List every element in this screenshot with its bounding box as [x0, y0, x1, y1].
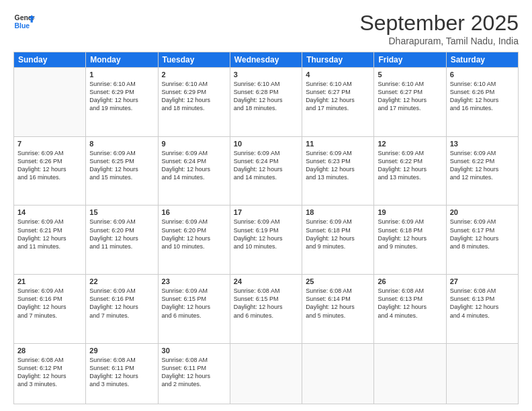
table-row: 12Sunrise: 6:09 AM Sunset: 6:22 PM Dayli… [374, 136, 446, 205]
logo: General Blue [13, 11, 35, 32]
day-number: 9 [162, 140, 226, 148]
cell-info: Sunrise: 6:09 AM Sunset: 6:23 PM Dayligh… [306, 149, 370, 182]
table-row: 18Sunrise: 6:09 AM Sunset: 6:18 PM Dayli… [302, 205, 374, 275]
day-number: 17 [234, 208, 298, 216]
table-row: 19Sunrise: 6:09 AM Sunset: 6:18 PM Dayli… [374, 205, 446, 275]
table-row: 1Sunrise: 6:10 AM Sunset: 6:29 PM Daylig… [86, 68, 158, 137]
table-row: 3Sunrise: 6:10 AM Sunset: 6:28 PM Daylig… [230, 68, 302, 137]
day-number: 22 [89, 277, 154, 285]
day-number: 7 [17, 140, 82, 148]
table-row: 2Sunrise: 6:10 AM Sunset: 6:29 PM Daylig… [158, 68, 230, 137]
header: General Blue September 2025 Dharapuram, … [13, 11, 519, 46]
day-number: 25 [306, 277, 370, 285]
header-row: Sunday Monday Tuesday Wednesday Thursday… [14, 52, 519, 68]
table-row [302, 343, 374, 404]
cell-info: Sunrise: 6:08 AM Sunset: 6:12 PM Dayligh… [17, 356, 82, 389]
day-number: 14 [17, 208, 82, 216]
day-number: 15 [89, 208, 154, 216]
table-row: 4Sunrise: 6:10 AM Sunset: 6:27 PM Daylig… [302, 68, 374, 137]
table-row [14, 68, 86, 137]
cell-info: Sunrise: 6:09 AM Sunset: 6:18 PM Dayligh… [378, 218, 442, 250]
day-number: 19 [378, 208, 442, 216]
cell-info: Sunrise: 6:10 AM Sunset: 6:28 PM Dayligh… [234, 80, 298, 113]
day-number: 8 [89, 140, 154, 148]
cell-info: Sunrise: 6:08 AM Sunset: 6:15 PM Dayligh… [234, 287, 298, 320]
cell-info: Sunrise: 6:09 AM Sunset: 6:20 PM Dayligh… [89, 218, 154, 250]
table-row: 25Sunrise: 6:08 AM Sunset: 6:14 PM Dayli… [302, 275, 374, 344]
cell-info: Sunrise: 6:08 AM Sunset: 6:13 PM Dayligh… [378, 287, 442, 320]
table-row: 29Sunrise: 6:08 AM Sunset: 6:11 PM Dayli… [86, 343, 158, 404]
day-number: 16 [162, 208, 226, 216]
day-number: 21 [17, 277, 82, 285]
col-monday: Monday [86, 52, 158, 68]
day-number: 29 [89, 347, 154, 355]
cell-info: Sunrise: 6:10 AM Sunset: 6:27 PM Dayligh… [306, 80, 370, 113]
cell-info: Sunrise: 6:08 AM Sunset: 6:14 PM Dayligh… [306, 287, 370, 320]
table-row: 30Sunrise: 6:08 AM Sunset: 6:11 PM Dayli… [158, 343, 230, 404]
title-block: September 2025 Dharapuram, Tamil Nadu, I… [359, 11, 519, 46]
day-number: 4 [306, 71, 370, 79]
cell-info: Sunrise: 6:09 AM Sunset: 6:20 PM Dayligh… [162, 218, 226, 250]
table-row: 13Sunrise: 6:09 AM Sunset: 6:22 PM Dayli… [446, 136, 518, 205]
table-row: 21Sunrise: 6:09 AM Sunset: 6:16 PM Dayli… [14, 275, 86, 344]
cell-info: Sunrise: 6:08 AM Sunset: 6:11 PM Dayligh… [162, 356, 226, 389]
table-row: 16Sunrise: 6:09 AM Sunset: 6:20 PM Dayli… [158, 205, 230, 275]
day-number: 28 [17, 347, 82, 355]
day-number: 2 [162, 71, 226, 79]
cell-info: Sunrise: 6:09 AM Sunset: 6:21 PM Dayligh… [17, 218, 82, 250]
table-row: 22Sunrise: 6:09 AM Sunset: 6:16 PM Dayli… [86, 275, 158, 344]
table-row: 11Sunrise: 6:09 AM Sunset: 6:23 PM Dayli… [302, 136, 374, 205]
cell-info: Sunrise: 6:10 AM Sunset: 6:29 PM Dayligh… [89, 80, 154, 113]
table-row: 28Sunrise: 6:08 AM Sunset: 6:12 PM Dayli… [14, 343, 86, 404]
cell-info: Sunrise: 6:08 AM Sunset: 6:11 PM Dayligh… [89, 356, 154, 389]
col-saturday: Saturday [446, 52, 518, 68]
table-row: 26Sunrise: 6:08 AM Sunset: 6:13 PM Dayli… [374, 275, 446, 344]
day-number: 3 [234, 71, 298, 79]
day-number: 12 [378, 140, 442, 148]
day-number: 11 [306, 140, 370, 148]
cell-info: Sunrise: 6:09 AM Sunset: 6:19 PM Dayligh… [234, 218, 298, 250]
table-row [446, 343, 518, 404]
table-row: 10Sunrise: 6:09 AM Sunset: 6:24 PM Dayli… [230, 136, 302, 205]
table-row: 8Sunrise: 6:09 AM Sunset: 6:25 PM Daylig… [86, 136, 158, 205]
table-row [230, 343, 302, 404]
cell-info: Sunrise: 6:09 AM Sunset: 6:18 PM Dayligh… [306, 218, 370, 250]
day-number: 18 [306, 208, 370, 216]
cell-info: Sunrise: 6:10 AM Sunset: 6:27 PM Dayligh… [378, 80, 442, 113]
svg-text:Blue: Blue [15, 22, 30, 30]
table-row: 5Sunrise: 6:10 AM Sunset: 6:27 PM Daylig… [374, 68, 446, 137]
col-friday: Friday [374, 52, 446, 68]
day-number: 1 [89, 71, 154, 79]
table-row: 23Sunrise: 6:09 AM Sunset: 6:15 PM Dayli… [158, 275, 230, 344]
day-number: 5 [378, 71, 442, 79]
cell-info: Sunrise: 6:09 AM Sunset: 6:24 PM Dayligh… [234, 149, 298, 182]
col-tuesday: Tuesday [158, 52, 230, 68]
cell-info: Sunrise: 6:09 AM Sunset: 6:25 PM Dayligh… [89, 149, 154, 182]
day-number: 6 [450, 71, 515, 79]
table-row: 17Sunrise: 6:09 AM Sunset: 6:19 PM Dayli… [230, 205, 302, 275]
table-row: 24Sunrise: 6:08 AM Sunset: 6:15 PM Dayli… [230, 275, 302, 344]
day-number: 20 [450, 208, 515, 216]
table-row: 14Sunrise: 6:09 AM Sunset: 6:21 PM Dayli… [14, 205, 86, 275]
subtitle: Dharapuram, Tamil Nadu, India [359, 36, 519, 46]
table-row [374, 343, 446, 404]
day-number: 10 [234, 140, 298, 148]
day-number: 26 [378, 277, 442, 285]
cell-info: Sunrise: 6:09 AM Sunset: 6:16 PM Dayligh… [89, 287, 154, 320]
day-number: 24 [234, 277, 298, 285]
col-wednesday: Wednesday [230, 52, 302, 68]
cell-info: Sunrise: 6:09 AM Sunset: 6:16 PM Dayligh… [17, 287, 82, 320]
day-number: 23 [162, 277, 226, 285]
table-row: 20Sunrise: 6:09 AM Sunset: 6:17 PM Dayli… [446, 205, 518, 275]
cell-info: Sunrise: 6:10 AM Sunset: 6:26 PM Dayligh… [450, 80, 515, 113]
table-row: 27Sunrise: 6:08 AM Sunset: 6:13 PM Dayli… [446, 275, 518, 344]
cell-info: Sunrise: 6:09 AM Sunset: 6:22 PM Dayligh… [378, 149, 442, 182]
page: General Blue September 2025 Dharapuram, … [0, 0, 532, 411]
table-row: 9Sunrise: 6:09 AM Sunset: 6:24 PM Daylig… [158, 136, 230, 205]
cell-info: Sunrise: 6:09 AM Sunset: 6:22 PM Dayligh… [450, 149, 515, 182]
col-sunday: Sunday [14, 52, 86, 68]
calendar-table: Sunday Monday Tuesday Wednesday Thursday… [13, 52, 519, 404]
cell-info: Sunrise: 6:09 AM Sunset: 6:15 PM Dayligh… [162, 287, 226, 320]
cell-info: Sunrise: 6:10 AM Sunset: 6:29 PM Dayligh… [162, 80, 226, 113]
day-number: 27 [450, 277, 515, 285]
